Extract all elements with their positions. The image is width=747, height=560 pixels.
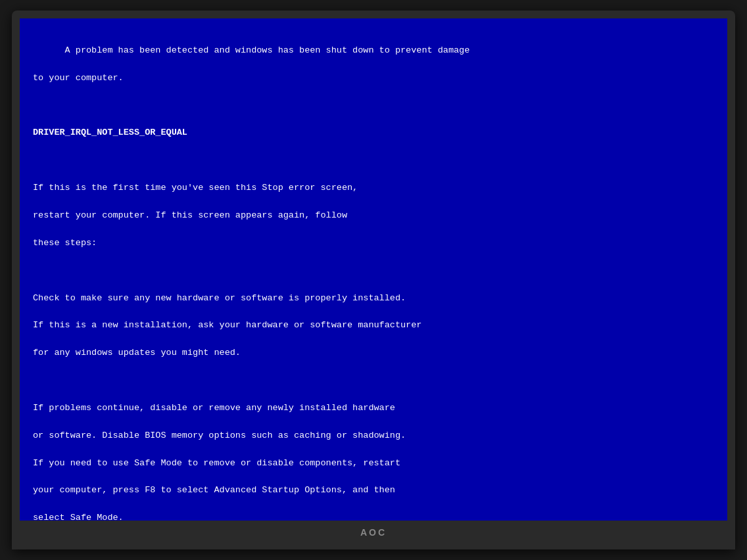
bsod-screen: A problem has been detected and windows …	[20, 18, 727, 521]
bsod-line10: or software. Disable BIOS memory options…	[33, 431, 406, 440]
bsod-line7: If this is a new installation, ask your …	[33, 320, 422, 330]
bsod-line6: Check to make sure any new hardware or s…	[33, 293, 406, 303]
monitor-bezel: AOC	[20, 521, 727, 544]
bsod-line2: to your computer.	[33, 73, 124, 83]
bsod-line3: If this is the first time you've seen th…	[33, 183, 358, 193]
bsod-line5: these steps:	[33, 238, 97, 248]
bsod-error-code: DRIVER_IRQL_NOT_LESS_OR_EQUAL	[33, 128, 187, 137]
bsod-line1: A problem has been detected and windows …	[65, 45, 470, 55]
monitor-brand-label: AOC	[360, 527, 387, 538]
bsod-line13: select Safe Mode.	[33, 513, 124, 521]
bsod-line8: for any windows updates you might need.	[33, 348, 241, 358]
bsod-line4: restart your computer. If this screen ap…	[33, 210, 347, 220]
bsod-line11: If you need to use Safe Mode to remove o…	[33, 458, 400, 468]
bsod-content: A problem has been detected and windows …	[33, 30, 714, 521]
bsod-line9: If problems continue, disable or remove …	[33, 403, 395, 413]
bsod-line12: your computer, press F8 to select Advanc…	[33, 485, 395, 495]
monitor: A problem has been detected and windows …	[12, 11, 735, 549]
